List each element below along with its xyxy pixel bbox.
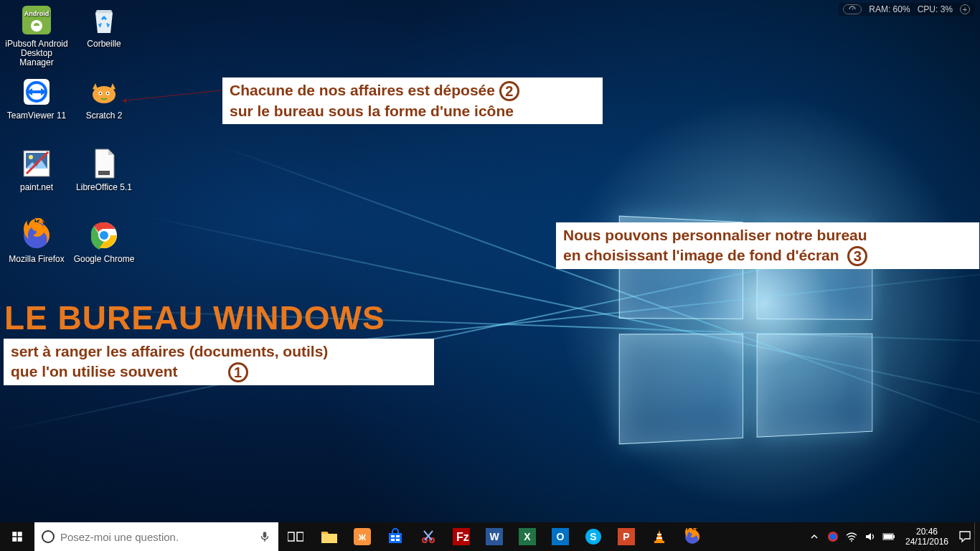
svg-rect-24 xyxy=(391,535,395,537)
svg-point-9 xyxy=(100,93,101,94)
annotation-2: Chacune de nos affaires est déposée 2 su… xyxy=(222,77,603,124)
tray-battery-icon[interactable] xyxy=(880,522,898,551)
icon-chrome[interactable]: Google Chrome xyxy=(72,218,136,264)
icon-firefox[interactable]: Mozilla Firefox xyxy=(4,218,69,264)
search-input[interactable] xyxy=(60,531,253,543)
icon-label: Google Chrome xyxy=(74,255,135,264)
start-button[interactable] xyxy=(0,522,34,551)
clock-time: 20:46 xyxy=(898,527,956,537)
teamviewer-icon xyxy=(19,75,54,109)
system-tray: 20:46 24/11/2016 xyxy=(805,522,980,551)
icon-label: Mozilla Firefox xyxy=(9,255,64,264)
taskbar-app-xampp[interactable]: ж xyxy=(346,522,379,551)
icon-libreoffice[interactable]: LibreOffice 5.1 xyxy=(72,146,136,192)
svg-rect-51 xyxy=(884,534,892,539)
icon-label: Corbeille xyxy=(87,39,121,49)
annotation-3-line1: Nous pouvons personnaliser notre bureau xyxy=(563,227,867,243)
svg-point-10 xyxy=(107,93,108,94)
taskbar-app-powerpoint[interactable]: P xyxy=(610,522,643,551)
tray-wifi-icon[interactable] xyxy=(842,522,861,551)
scratch-cat-icon xyxy=(87,75,121,109)
action-center-icon[interactable] xyxy=(956,522,974,551)
icon-ipubsoft[interactable]: Android iPubsoft Android Desktop Manager xyxy=(4,3,69,67)
svg-text:Android: Android xyxy=(24,10,50,17)
svg-rect-20 xyxy=(297,532,303,541)
svg-text:X: X xyxy=(524,531,531,542)
svg-rect-14 xyxy=(98,171,110,175)
annotation-1-line2: que l'on utilise souvent xyxy=(11,363,178,380)
annotation-2-line1: Chacune de nos affaires est déposée xyxy=(230,82,495,98)
svg-rect-25 xyxy=(396,535,400,537)
svg-text:O: O xyxy=(557,531,565,542)
tray-app-icon[interactable] xyxy=(824,522,842,551)
taskbar-pinned-apps: ж Fz W X O S P xyxy=(313,522,709,551)
libreoffice-icon xyxy=(87,146,121,181)
svg-text:Fz: Fz xyxy=(456,531,469,543)
clock-date: 24/11/2016 xyxy=(898,537,956,547)
cortana-icon xyxy=(42,530,55,543)
taskbar-app-vlc[interactable] xyxy=(643,522,676,551)
icon-label: TeamViewer 11 xyxy=(7,111,67,121)
annotation-1-badge: 1 xyxy=(228,362,248,382)
taskbar-app-filezilla[interactable]: Fz xyxy=(445,522,478,551)
svg-rect-27 xyxy=(396,539,400,541)
tray-volume-icon[interactable] xyxy=(861,522,880,551)
taskbar-app-explorer[interactable] xyxy=(313,522,346,551)
svg-text:S: S xyxy=(590,531,596,542)
taskbar-app-snip[interactable] xyxy=(412,522,445,551)
recycle-bin-icon xyxy=(87,3,121,37)
taskbar-app-outlook[interactable]: O xyxy=(544,522,577,551)
annotation-title: LE BUREAU WINDOWS xyxy=(4,298,385,337)
annotation-1: sert à ranger les affaires (documents, o… xyxy=(4,339,434,385)
taskbar-app-firefox[interactable] xyxy=(676,522,709,551)
icon-teamviewer[interactable]: TeamViewer 11 xyxy=(4,75,69,121)
android-app-icon: Android xyxy=(19,3,54,37)
annotation-3: Nous pouvons personnaliser notre bureau … xyxy=(556,222,979,269)
annotation-arrow xyxy=(122,90,222,101)
svg-rect-42 xyxy=(654,541,664,543)
svg-text:ж: ж xyxy=(358,531,367,542)
svg-point-13 xyxy=(29,155,33,159)
microphone-icon[interactable] xyxy=(258,530,271,543)
svg-point-48 xyxy=(851,540,852,542)
taskbar-app-store[interactable] xyxy=(379,522,412,551)
icon-scratch[interactable]: Scratch 2 xyxy=(72,75,136,121)
icon-corbeille[interactable]: Corbeille xyxy=(72,3,136,49)
icon-label: LibreOffice 5.1 xyxy=(76,183,132,192)
svg-rect-43 xyxy=(657,534,661,535)
annotation-1-line1: sert à ranger les affaires (documents, o… xyxy=(11,343,328,359)
taskbar-clock[interactable]: 20:46 24/11/2016 xyxy=(898,527,956,547)
taskbar-app-word[interactable]: W xyxy=(478,522,511,551)
annotation-3-badge: 3 xyxy=(847,246,867,266)
annotation-3-line2: en choisissant l'image de fond d'écran xyxy=(563,247,839,263)
taskbar: ж Fz W X O S P xyxy=(0,522,980,551)
svg-rect-50 xyxy=(893,535,895,538)
svg-text:P: P xyxy=(623,531,629,542)
svg-text:W: W xyxy=(489,531,499,542)
icon-label: iPubsoft Android Desktop Manager xyxy=(4,39,69,67)
svg-rect-19 xyxy=(288,532,294,541)
annotation-2-badge: 2 xyxy=(499,81,519,101)
icon-label: Scratch 2 xyxy=(86,111,123,121)
annotation-2-line2: sur le bureau sous la forme d'une icône xyxy=(230,103,514,119)
paintnet-icon xyxy=(19,146,54,181)
search-box[interactable] xyxy=(34,522,278,551)
taskbar-app-excel[interactable]: X xyxy=(511,522,544,551)
taskbar-app-skype[interactable]: S xyxy=(577,522,610,551)
tray-overflow[interactable] xyxy=(805,522,824,551)
icon-paintnet[interactable]: paint.net xyxy=(4,146,69,192)
svg-rect-26 xyxy=(391,539,395,541)
task-view-button[interactable] xyxy=(278,522,313,551)
svg-rect-23 xyxy=(389,533,402,543)
firefox-icon xyxy=(19,218,54,253)
show-desktop-button[interactable] xyxy=(974,522,980,551)
svg-rect-44 xyxy=(656,537,662,539)
chrome-icon xyxy=(87,218,121,253)
icon-label: paint.net xyxy=(20,183,53,192)
svg-point-47 xyxy=(830,534,836,540)
desktop[interactable]: Android iPubsoft Android Desktop Manager… xyxy=(0,0,980,522)
